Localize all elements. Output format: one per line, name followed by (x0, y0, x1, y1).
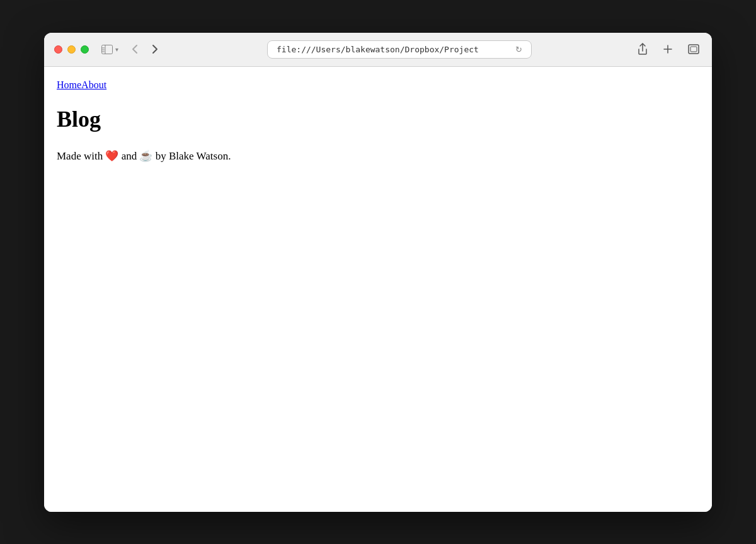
back-arrow-icon (132, 44, 138, 54)
minimize-button[interactable] (67, 45, 76, 54)
body-suffix: by Blake Watson. (156, 150, 231, 162)
svg-rect-5 (689, 45, 699, 54)
svg-rect-6 (690, 47, 697, 52)
plus-icon (663, 44, 673, 54)
page-navigation: Home About (57, 79, 699, 91)
back-button[interactable] (126, 40, 144, 58)
sidebar-icon (101, 45, 113, 54)
browser-window: ▾ file:///Users/blakewatson/Dropbox/Proj… (44, 33, 712, 512)
body-prefix: Made with (57, 150, 103, 162)
page-title: Blog (57, 106, 699, 132)
chevron-down-icon: ▾ (115, 46, 118, 53)
share-button[interactable] (635, 40, 650, 58)
forward-button[interactable] (146, 40, 164, 58)
browser-chrome: ▾ file:///Users/blakewatson/Dropbox/Proj… (44, 33, 712, 67)
maximize-button[interactable] (81, 45, 89, 54)
about-link[interactable]: About (81, 79, 106, 91)
url-text: file:///Users/blakewatson/Dropbox/Projec… (277, 45, 479, 54)
traffic-lights (54, 45, 89, 54)
home-link[interactable]: Home (57, 79, 81, 91)
address-bar-container: file:///Users/blakewatson/Dropbox/Projec… (171, 40, 627, 59)
and-text: and (122, 150, 137, 162)
navigation-buttons (126, 40, 164, 58)
forward-arrow-icon (152, 44, 158, 54)
browser-content: Home About Blog Made with ❤️ and ☕ by Bl… (44, 67, 712, 512)
browser-actions (635, 40, 702, 58)
tabs-icon (688, 44, 699, 54)
new-tab-button[interactable] (660, 42, 675, 57)
heart-emoji: ❤️ (105, 150, 118, 162)
page-body: Made with ❤️ and ☕ by Blake Watson. (57, 148, 699, 165)
coffee-emoji: ☕ (139, 150, 152, 162)
share-icon (638, 43, 648, 55)
close-button[interactable] (54, 45, 62, 54)
reload-icon[interactable]: ↻ (515, 45, 522, 54)
address-bar[interactable]: file:///Users/blakewatson/Dropbox/Projec… (267, 40, 532, 59)
tabs-button[interactable] (685, 42, 702, 57)
sidebar-toggle-button[interactable]: ▾ (101, 45, 118, 54)
